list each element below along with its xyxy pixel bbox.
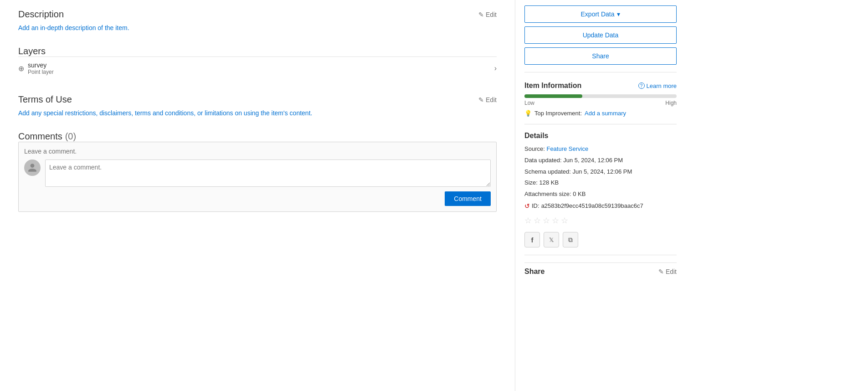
terms-edit-button[interactable]: ✎ Edit [478, 96, 497, 103]
layers-section: Layers ⊕ survey Point layer › [18, 46, 497, 80]
item-info-progress-bar [524, 94, 677, 98]
share-button[interactable]: Share [524, 47, 677, 65]
star-2[interactable]: ☆ [534, 216, 541, 226]
terms-placeholder-link[interactable]: Add any special restrictions, disclaimer… [18, 109, 312, 117]
item-information-section: Item Information ? Learn more Low High 💡… [524, 82, 677, 117]
star-rating[interactable]: ☆ ☆ ☆ ☆ ☆ [524, 216, 677, 226]
facebook-icon: f [531, 236, 534, 244]
top-improvement-label: Top Improvement: [534, 110, 582, 117]
star-3[interactable]: ☆ [543, 216, 550, 226]
divider-2 [524, 124, 677, 124]
layers-title: Layers [18, 46, 497, 57]
update-data-button[interactable]: Update Data [524, 26, 677, 44]
comment-label: Leave a comment. [24, 148, 491, 155]
terms-title: Terms of Use [18, 94, 72, 105]
description-placeholder-link[interactable]: Add an in-depth description of the item. [18, 24, 129, 31]
detail-attachments-size: Attachments size: 0 KB [524, 190, 677, 199]
comment-input-area: Leave a comment. Comment [18, 142, 497, 212]
layer-left: ⊕ survey Point layer [18, 62, 54, 75]
item-info-title: Item Information [524, 82, 581, 90]
detail-source: Source: Feature Service [524, 144, 677, 154]
comments-count: (0) [65, 131, 76, 142]
link-icon: ⧉ [568, 236, 573, 244]
comment-footer: Comment [24, 191, 491, 206]
comments-title: Comments [18, 131, 62, 142]
details-section: Details Source: Feature Service Data upd… [524, 132, 677, 247]
share-section-bottom: Share ✎ Edit [524, 262, 677, 276]
bulb-icon: 💡 [524, 110, 532, 117]
star-5[interactable]: ☆ [561, 216, 568, 226]
layer-info: survey Point layer [28, 62, 54, 75]
progress-bar-fill [524, 94, 582, 98]
top-improvement: 💡 Top Improvement: Add a summary [524, 110, 677, 117]
star-4[interactable]: ☆ [552, 216, 559, 226]
description-edit-button[interactable]: ✎ Edit [478, 11, 497, 18]
twitter-icon: 𝕏 [549, 237, 554, 243]
details-title: Details [524, 132, 677, 140]
divider-1 [524, 72, 677, 72]
feature-service-link[interactable]: Feature Service [546, 145, 588, 152]
comment-submit-button[interactable]: Comment [445, 191, 491, 206]
detail-size: Size: 128 KB [524, 178, 677, 188]
pencil-icon-terms: ✎ [478, 96, 484, 103]
twitter-share-button[interactable]: 𝕏 [544, 232, 559, 247]
divider-3 [524, 255, 677, 255]
avatar-icon [27, 163, 37, 173]
avatar [24, 159, 41, 176]
progress-labels: Low High [524, 100, 677, 106]
progress-high-label: High [665, 100, 677, 106]
layer-crosshair-icon: ⊕ [18, 64, 24, 73]
detail-data-updated: Data updated: Jun 5, 2024, 12:06 PM [524, 156, 677, 165]
question-circle-icon: ? [638, 82, 645, 89]
comment-row [24, 159, 491, 187]
comments-section: Comments (0) Leave a comment. Comment [18, 131, 497, 212]
share-edit-button[interactable]: ✎ Edit [658, 268, 677, 275]
layer-name: survey [28, 62, 54, 69]
pencil-icon: ✎ [478, 11, 484, 18]
share-bottom-title: Share [524, 268, 544, 276]
export-data-button[interactable]: Export Data ▾ [524, 5, 677, 23]
layer-type: Point layer [28, 69, 54, 75]
facebook-share-button[interactable]: f [524, 232, 540, 247]
description-section: Description ✎ Edit Add an in-depth descr… [18, 9, 497, 31]
social-icons: f 𝕏 ⧉ [524, 232, 677, 247]
add-summary-link[interactable]: Add a summary [585, 110, 626, 117]
learn-more-link[interactable]: ? Learn more [638, 82, 677, 89]
right-sidebar: Export Data ▾ Update Data Share Item Inf… [515, 0, 686, 391]
chevron-right-icon: › [494, 64, 497, 72]
pencil-icon-share: ✎ [658, 268, 664, 275]
chevron-down-icon: ▾ [617, 10, 620, 18]
item-info-header: Item Information ? Learn more [524, 82, 677, 90]
terms-section: Terms of Use ✎ Edit Add any special rest… [18, 94, 497, 117]
comments-header: Comments (0) [18, 131, 497, 142]
description-title: Description [18, 9, 64, 20]
comment-textarea[interactable] [45, 159, 491, 187]
id-value: a2583b2f9ecc4519a08c59139baac6c7 [541, 201, 643, 211]
detail-id-row: ↺ ID: a2583b2f9ecc4519a08c59139baac6c7 [524, 201, 677, 211]
star-1[interactable]: ☆ [524, 216, 532, 226]
description-header: Description ✎ Edit [18, 9, 497, 20]
detail-schema-updated: Schema updated: Jun 5, 2024, 12:06 PM [524, 167, 677, 177]
layer-item[interactable]: ⊕ survey Point layer › [18, 57, 497, 80]
link-share-button[interactable]: ⧉ [563, 232, 578, 247]
terms-header: Terms of Use ✎ Edit [18, 94, 497, 105]
progress-low-label: Low [524, 100, 534, 106]
copy-icon[interactable]: ↺ [524, 201, 530, 211]
